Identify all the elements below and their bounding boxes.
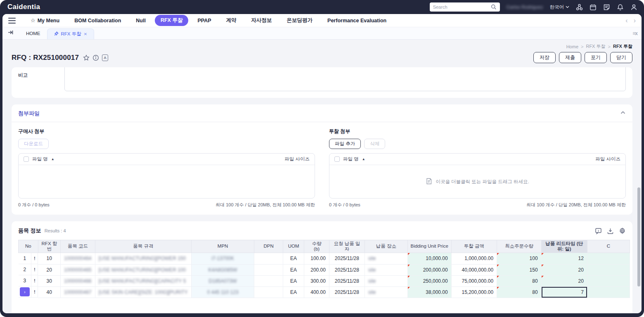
- bid-dropzone[interactable]: 이곳을 더블클릭 또는 파일을 드래그 하세요.: [329, 165, 625, 198]
- column-header-moq[interactable]: 최소주문수량: [497, 240, 541, 253]
- cell-moq[interactable]: 80: [497, 275, 541, 286]
- select-all-checkbox[interactable]: [334, 156, 340, 162]
- nav-item-4[interactable]: RFX 투찰: [155, 15, 188, 26]
- cell-no[interactable]: 2!: [19, 264, 38, 275]
- buyer-file-list-body[interactable]: [19, 165, 315, 198]
- nav-items: ☆My MenuBOM CollaborationNullRFX 투찰PPAP계…: [25, 15, 392, 26]
- nav-item-2[interactable]: BOM Collaboration: [69, 16, 127, 26]
- row-flag-icon: !: [31, 264, 38, 275]
- language-selector[interactable]: 한국어: [550, 4, 570, 10]
- cell-spec: [USE SKIN CARE][SIZE: 100G][PURITY: [95, 286, 191, 298]
- column-header-no[interactable]: No: [19, 240, 38, 253]
- tab-rfx-투찰[interactable]: RFX 투찰✕: [47, 28, 95, 39]
- breadcrumb-item[interactable]: RFX 투찰: [586, 43, 605, 50]
- cell-no[interactable]: 1!: [19, 253, 38, 264]
- column-header-dpn[interactable]: DPN: [254, 240, 283, 253]
- search-icon[interactable]: [491, 4, 497, 10]
- sidebar-expand-icon[interactable]: [7, 29, 14, 37]
- search-input[interactable]: [433, 5, 491, 9]
- nav-next-icon[interactable]: ›: [634, 17, 636, 24]
- cell-price[interactable]: 38,000.00: [407, 286, 451, 298]
- cell-extra[interactable]: [587, 286, 630, 298]
- download-icon[interactable]: [607, 227, 614, 234]
- column-header-lead[interactable]: 납품 리드타임 (단위: 일): [541, 240, 587, 253]
- cell-mpn: K4A8G085W: [191, 264, 254, 275]
- cell-value: site: [368, 267, 376, 273]
- cell-price[interactable]: 10,000.00: [407, 253, 451, 265]
- cell-value: 12: [578, 255, 583, 261]
- column-header-qty[interactable]: 수량 (b): [304, 240, 329, 253]
- column-header-rfx[interactable]: RFX 항번: [38, 240, 60, 253]
- nav-item-9[interactable]: Performance Evaluation: [322, 16, 392, 26]
- remark-textarea[interactable]: [64, 67, 626, 91]
- action-button-1[interactable]: 저장: [533, 52, 556, 63]
- memo-icon[interactable]: [603, 4, 610, 11]
- column-header-date[interactable]: 요청 납품 일자: [329, 240, 365, 253]
- nav-prev-icon[interactable]: ‹: [625, 17, 627, 24]
- attachments-card: 첨부파일 구매사 첨부 다운로드 파일 명 ▲: [12, 104, 632, 215]
- select-all-checkbox[interactable]: [24, 156, 29, 162]
- nav-item-1[interactable]: ☆My Menu: [25, 15, 65, 26]
- nav-item-5[interactable]: PPAP: [192, 16, 217, 26]
- cell-price[interactable]: 200,000.00: [407, 264, 451, 275]
- row-number: 3: [19, 278, 31, 284]
- user-icon[interactable]: [630, 4, 637, 11]
- cell-value: 400.00: [310, 289, 326, 295]
- cell-lead[interactable]: 20: [541, 264, 587, 275]
- column-header-extra[interactable]: C: [587, 240, 630, 253]
- file-name-header[interactable]: 파일 명: [32, 156, 48, 162]
- nav-item-7[interactable]: 자사정보: [246, 15, 278, 26]
- favorite-star-icon[interactable]: [83, 54, 90, 61]
- buyer-file-count: 0 개수 / 0 bytes: [18, 202, 50, 208]
- cell-no[interactable]: 3!: [19, 275, 38, 286]
- file-name-header[interactable]: 파일 명: [343, 156, 359, 162]
- column-header-place[interactable]: 납품 장소: [365, 240, 407, 253]
- action-button-3[interactable]: 포기: [585, 52, 607, 63]
- column-header-uom[interactable]: UOM: [283, 240, 304, 253]
- gear-icon[interactable]: [619, 227, 626, 234]
- tab-home[interactable]: HOME: [19, 27, 47, 39]
- tab-close-icon[interactable]: ✕: [84, 32, 87, 36]
- file-size-header[interactable]: 파일 사이즈: [595, 156, 620, 162]
- cell-moq[interactable]: 80: [497, 286, 541, 298]
- info-icon[interactable]: [92, 54, 99, 61]
- calendar-icon[interactable]: [590, 4, 597, 11]
- sort-asc-icon[interactable]: ▲: [51, 157, 54, 161]
- cell-extra[interactable]: [587, 275, 630, 286]
- nav-item-6[interactable]: 계약: [220, 15, 242, 26]
- cell-lead[interactable]: 20: [541, 275, 587, 286]
- column-header-code[interactable]: 품목 코드: [61, 240, 95, 253]
- cell-no[interactable]: ›!: [19, 286, 38, 298]
- cell-rfx: 40: [38, 286, 60, 298]
- column-header-mpn[interactable]: MPN: [191, 240, 254, 253]
- breadcrumb-item[interactable]: Home: [566, 44, 578, 49]
- cell-lead[interactable]: 12: [541, 253, 587, 265]
- column-header-spec[interactable]: 품목 규격: [95, 240, 191, 253]
- bell-icon[interactable]: [617, 4, 624, 11]
- column-header-price[interactable]: Bidding Unit Price: [407, 240, 451, 253]
- sort-asc-icon[interactable]: ▲: [362, 157, 365, 161]
- bid-button-1[interactable]: 파일 추가: [329, 139, 361, 149]
- column-header-amount[interactable]: 투찰 금액: [451, 240, 497, 253]
- nav-item-8[interactable]: 온보딩평가: [281, 15, 319, 26]
- file-size-header[interactable]: 파일 사이즈: [284, 156, 310, 162]
- cell-moq[interactable]: 150: [497, 264, 541, 275]
- selected-row-indicator[interactable]: ›: [20, 287, 30, 296]
- action-button-4[interactable]: 닫기: [610, 52, 632, 63]
- cell-extra[interactable]: [587, 253, 630, 265]
- cell-price[interactable]: 250,000.00: [407, 275, 451, 286]
- hamburger-menu-icon[interactable]: [8, 18, 16, 24]
- network-icon[interactable]: [576, 4, 583, 11]
- vertical-scrollbar[interactable]: [637, 187, 640, 286]
- close-all-tabs-icon[interactable]: ≡x: [632, 31, 637, 36]
- global-search[interactable]: [430, 2, 500, 12]
- document-info-icon[interactable]: A: [102, 54, 108, 61]
- cell-rfx: 10: [38, 253, 60, 265]
- tooltip-info-icon[interactable]: [595, 227, 602, 234]
- nav-item-3[interactable]: Null: [130, 16, 152, 26]
- cell-extra[interactable]: [587, 264, 630, 275]
- action-button-2[interactable]: 제출: [559, 52, 581, 63]
- cell-lead[interactable]: 7: [541, 286, 587, 298]
- collapse-chevron-icon[interactable]: [620, 110, 626, 117]
- cell-moq[interactable]: 100: [497, 253, 541, 265]
